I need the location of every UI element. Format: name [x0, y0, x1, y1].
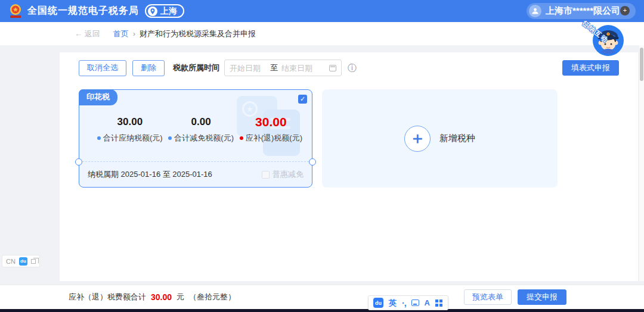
restore-window-icon[interactable]: [31, 259, 36, 264]
start-date-input[interactable]: [230, 64, 267, 73]
ime-toolbar: du 英 ·, A: [368, 295, 448, 310]
calendar-icon[interactable]: [329, 65, 336, 71]
delete-button[interactable]: 删除: [132, 60, 165, 76]
breadcrumb-separator-icon: ›: [133, 29, 135, 38]
summary-amount-in-words: （叁拾元整）: [189, 292, 236, 302]
vertical-scrollbar-thumb[interactable]: [640, 48, 643, 81]
app-title: 全国统一规范电子税务局: [27, 5, 139, 17]
tax-period-range-picker[interactable]: 至: [224, 60, 342, 76]
submit-declaration-button[interactable]: 提交申报: [518, 289, 566, 305]
tax-type-tag: 印花税: [79, 89, 117, 105]
back-label: 返回: [85, 29, 100, 38]
vertical-scrollbar-track: [639, 45, 644, 281]
info-icon[interactable]: ⓘ: [348, 63, 357, 74]
relief-checkbox-label: 普惠减免: [273, 169, 304, 180]
relief-checkbox-group: 普惠减免: [262, 169, 304, 180]
stamp-tax-card[interactable]: 印花税 ✓ ★ 30.00 合计应纳税额(元) 0: [79, 89, 312, 188]
form-style-declare-button[interactable]: 填表式申报: [562, 60, 619, 76]
toolbar: 取消全选 删除 税款所属时间 至 ⓘ 填表式申报: [79, 60, 619, 76]
ime-logo-icon[interactable]: du: [373, 298, 383, 308]
add-tax-type-label: 新增税种: [439, 133, 475, 144]
location-pin-icon: [148, 7, 157, 16]
reduction-amount: 0.00: [168, 115, 234, 129]
app-window: 全国统一规范电子税务局 上海 上海市******限公司 + 征纳互动: [0, 0, 644, 312]
ime-grid-menu-icon[interactable]: [435, 299, 438, 302]
payable-label: 合计应纳税额(元): [103, 133, 163, 142]
interaction-mascot[interactable]: 征纳互动: [593, 25, 624, 56]
ime-font-button[interactable]: A: [425, 299, 430, 307]
metric-payable: 30.00 合计应纳税额(元): [97, 115, 163, 143]
breadcrumb-home-link[interactable]: 首页: [113, 29, 129, 39]
user-avatar-icon: [529, 5, 541, 17]
company-account-menu[interactable]: 上海市******限公司: [527, 3, 636, 19]
payable-amount: 30.00: [97, 115, 163, 129]
card-checkbox-checked[interactable]: ✓: [298, 95, 307, 104]
cancel-select-all-button[interactable]: 取消全选: [79, 60, 126, 76]
blue-dot-icon: [168, 136, 172, 140]
tax-bureau-emblem-icon: [8, 4, 23, 19]
reduction-label: 合计减免税额(元): [174, 133, 234, 142]
footer-bar: 应补（退）税费额合计 30.00 元 （叁拾元整） 预览表单 提交申报: [0, 285, 644, 309]
language-indicator: CN du: [2, 255, 40, 267]
plus-icon: ＋: [404, 126, 431, 152]
back-arrow-icon: ←: [75, 29, 82, 38]
card-footer: 纳税属期 2025-01-16 至 2025-01-16 普惠减免: [79, 162, 312, 187]
location-label: 上海: [160, 6, 177, 17]
due-label: 应补(退)税额(元): [246, 133, 302, 142]
ime-language-mode-button[interactable]: 英: [389, 299, 397, 307]
date-range-to-label: 至: [270, 63, 278, 73]
summary-unit: 元: [177, 292, 184, 302]
top-header: 全国统一规范电子税务局 上海 上海市******限公司: [0, 0, 644, 22]
taskbar-edge: [0, 309, 644, 312]
tax-cards-row: 印花税 ✓ ★ 30.00 合计应纳税额(元) 0: [79, 89, 558, 188]
breadcrumb-current-page: 财产和行为税税源采集及合并申报: [140, 29, 256, 39]
breadcrumb: ← 返回 首页 › 财产和行为税税源采集及合并申报: [0, 22, 644, 45]
ime-logo-icon[interactable]: du: [19, 257, 27, 266]
company-name: 上海市******限公司: [546, 5, 620, 17]
ime-clipboard-icon[interactable]: [411, 299, 419, 306]
blue-dot-icon: [97, 136, 101, 140]
metric-due: 30.00 应补(退)税额(元): [240, 115, 302, 143]
due-amount: 30.00: [240, 115, 302, 129]
main-panel: 取消全选 删除 税款所属时间 至 ⓘ 填表式申报 印花税 ✓ ★: [60, 52, 638, 281]
metric-reduction: 0.00 合计减免税额(元): [168, 115, 234, 143]
summary-label: 应补（退）税费额合计: [69, 292, 146, 302]
preview-form-button[interactable]: 预览表单: [464, 289, 512, 305]
red-dot-icon: [240, 136, 243, 140]
tax-metrics: 30.00 合计应纳税额(元) 0.00 合计减免税额(元) 30.00 应补(…: [79, 115, 312, 143]
tax-period-label: 税款所属时间: [173, 63, 219, 73]
end-date-input[interactable]: [281, 64, 318, 73]
add-tax-type-card[interactable]: ＋ 新增税种: [322, 89, 558, 188]
ime-symbols-button[interactable]: ·,: [402, 298, 406, 308]
mascot-collapse-button[interactable]: +: [620, 6, 630, 15]
summary-amount: 30.00: [151, 292, 172, 302]
relief-checkbox-disabled[interactable]: [262, 171, 270, 179]
back-button[interactable]: ← 返回: [75, 29, 100, 39]
location-selector[interactable]: 上海: [145, 4, 184, 18]
language-indicator-lang: CN: [6, 258, 16, 265]
tax-period-text: 纳税属期 2025-01-16 至 2025-01-16: [88, 169, 212, 180]
